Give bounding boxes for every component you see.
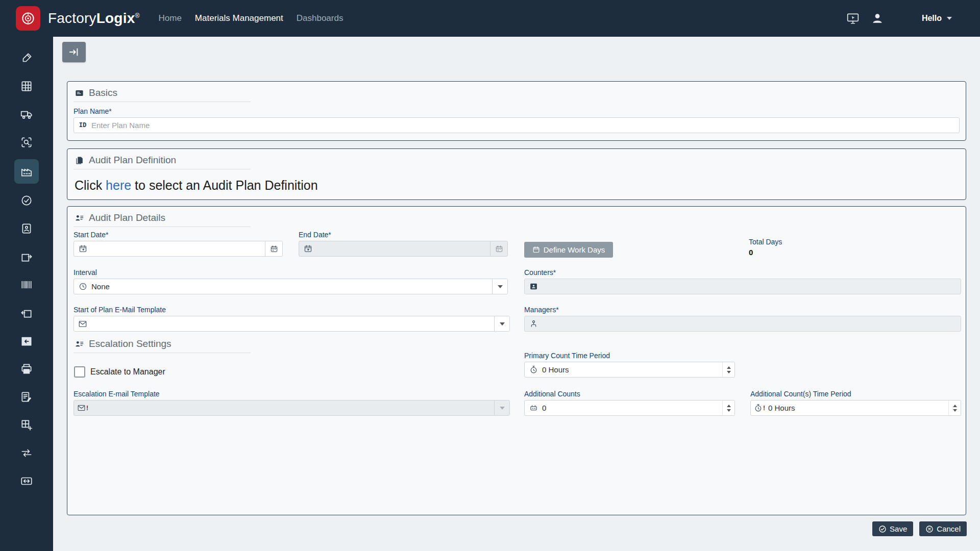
sidebar-item-range-select[interactable] [14,470,39,492]
definition-instruction: Click here to select an Audit Plan Defin… [67,169,966,193]
end-date-picker-button[interactable] [490,241,507,256]
sidebar-item-barcode[interactable] [14,273,39,296]
escalation-email-template-label: Escalation E-mail Template [74,390,510,398]
chevron-down-icon [498,285,503,288]
counters-group: Counters* [524,268,961,294]
start-date-group: Start Date* [74,231,283,257]
calendar-end-icon [299,244,316,253]
plan-name-label: Plan Name* [74,107,960,115]
display-icon[interactable] [845,11,861,26]
additional-time-spinner[interactable] [948,400,961,415]
save-button-label: Save [890,524,907,533]
interval-value: None [91,282,492,291]
additional-counts-spinner[interactable] [722,400,734,415]
define-work-days-button[interactable]: Define Work Days [524,242,613,258]
sidebar-item-document-edit[interactable] [14,386,39,408]
counters-input[interactable] [542,279,961,294]
counter-icon [525,404,542,412]
escalate-checkbox[interactable] [74,366,85,378]
spinner-down-icon[interactable] [727,409,731,412]
escalation-settings-header: Escalation Settings [74,338,251,353]
x-circle-icon [925,525,934,533]
box-arrow-in-icon [20,306,33,319]
spinner-up-icon[interactable] [727,366,731,369]
pages-icon [75,156,84,165]
select-definition-link[interactable]: here [106,178,131,192]
nav-link-materials-management[interactable]: Materials Management [195,13,283,23]
box-arrow-out-icon [20,250,33,263]
start-date-picker-button[interactable] [265,241,282,256]
nav-link-home[interactable]: Home [158,13,181,23]
user-menu[interactable]: Hello [922,14,952,23]
additional-time-input[interactable] [768,400,948,415]
sidebar-item-grid-add[interactable] [14,414,39,436]
start-email-template-group: Start of Plan E-Mail Template [74,306,510,332]
plan-name-input[interactable] [91,118,959,133]
sidebar-item-table[interactable] [14,75,39,97]
sidebar-item-transfer[interactable] [14,442,39,464]
start-email-template-select[interactable] [74,316,510,332]
brand-name: FactoryLogix® [48,10,139,27]
logo-emblem-icon [20,11,36,26]
top-navbar: FactoryLogix® Home Materials Management … [0,0,980,37]
definition-text-prefix: Click [75,178,106,192]
person-list-icon [75,339,84,349]
spinner-down-icon[interactable] [953,409,957,412]
cancel-button[interactable]: Cancel [919,521,967,536]
escalation-settings-title: Escalation Settings [89,338,172,349]
primary-count-field [524,362,735,378]
calendar-icon [532,246,540,254]
additional-time-group: Additional Count(s) Time Period ! [750,390,961,416]
sidebar-item-truck[interactable] [14,103,39,126]
transfer-icon [20,446,33,460]
interval-group: Interval None [74,268,508,294]
start-email-caret-button[interactable] [494,316,509,331]
spinner-up-icon[interactable] [953,405,957,407]
escalation-email-template-select: ! [74,400,510,416]
printer-icon [20,362,33,375]
sidebar-item-box-arrow-in[interactable] [14,302,39,324]
managers-input[interactable] [542,316,961,331]
audit-plan-details-panel: Audit Plan Details Start Date* End Date* [67,206,966,515]
nav-link-dashboards[interactable]: Dashboards [297,13,344,23]
start-email-template-label: Start of Plan E-Mail Template [74,306,510,314]
sidebar-item-contact-book[interactable] [14,217,39,240]
sidebar-item-printer[interactable] [14,358,39,380]
sidebar-item-box-return[interactable] [14,330,39,352]
escalate-to-manager-row[interactable]: Escalate to Manager [74,366,165,378]
check-circle-icon [20,194,33,207]
spinner-up-icon[interactable] [727,405,731,407]
sidebar-item-check-circle[interactable] [14,189,39,212]
sidebar-item-factory[interactable] [14,159,39,184]
interval-select[interactable]: None [74,279,508,294]
card-icon [75,88,84,98]
basics-title: Basics [89,87,117,98]
contact-book-icon [20,222,33,235]
details-title: Audit Plan Details [89,212,165,223]
additional-counts-input[interactable] [542,400,722,415]
details-header: Audit Plan Details [74,207,251,227]
primary-count-input[interactable] [542,362,722,377]
sidebar-item-pencil[interactable] [14,47,39,69]
sidebar-item-scan-search[interactable] [14,131,39,154]
form-actions: Save Cancel [872,521,967,536]
managers-group: Managers* [524,306,961,332]
interval-caret-button[interactable] [492,279,507,294]
chevron-down-icon [500,322,505,325]
arrow-to-bar-icon [68,46,80,58]
total-days-value: 0 [749,248,782,257]
escalation-email-template-group: Escalation E-mail Template ! [74,390,510,416]
save-button[interactable]: Save [872,521,913,536]
user-icon[interactable] [870,11,885,26]
start-date-input[interactable] [91,241,265,256]
sidebar-item-box-arrow-out[interactable] [14,245,39,268]
person-list-icon [75,213,84,223]
collapse-panel-button[interactable] [62,42,86,62]
end-date-group: End Date* [299,231,508,257]
additional-counts-label: Additional Counts [524,390,735,398]
escalation-email-caret-button[interactable] [494,400,509,415]
primary-count-spinner[interactable] [722,362,734,377]
spinner-down-icon[interactable] [727,371,731,373]
envelope-icon [74,319,91,329]
end-date-input[interactable] [316,241,490,256]
